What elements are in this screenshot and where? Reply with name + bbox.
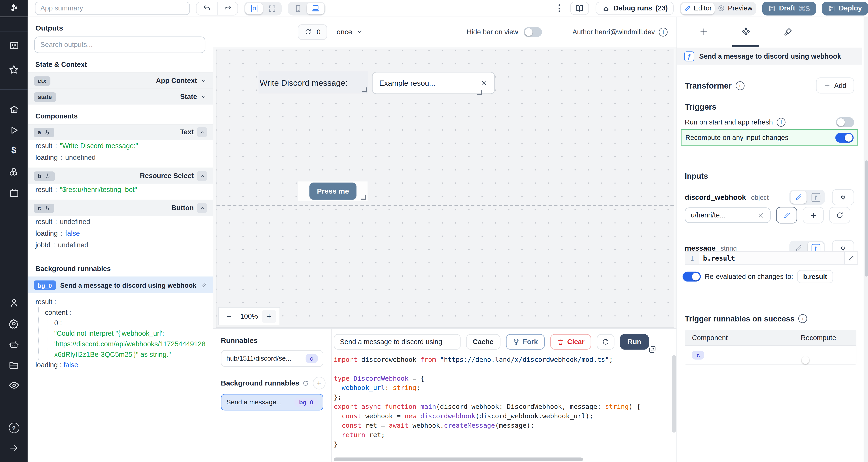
message-expression-editor[interactable]: 1 b.result — [685, 251, 858, 265]
info-icon[interactable]: i — [659, 27, 668, 36]
code-editor[interactable]: import discordwebhook from "https://deno… — [334, 355, 672, 456]
center-align-button[interactable] — [245, 2, 263, 14]
add-transformer-button[interactable]: Add — [816, 77, 854, 94]
sidebar-item-resources[interactable] — [0, 166, 28, 177]
schedule-dropdown[interactable]: once — [337, 28, 363, 36]
resource-select-component[interactable]: Example resou... — [372, 72, 495, 94]
fork-button[interactable]: Fork — [506, 334, 545, 350]
add-resource-button[interactable] — [803, 207, 824, 224]
app-canvas[interactable]: Write Discord message: Example resou... … — [216, 48, 674, 328]
expand-editor-button[interactable] — [844, 252, 858, 264]
app-summary-input[interactable] — [35, 2, 190, 15]
sidebar-item-help[interactable]: ? — [0, 423, 28, 433]
refresh-resource-button[interactable] — [829, 207, 850, 224]
hub-runnable-card[interactable]: hub/1511/discord/se... c — [221, 350, 323, 367]
edit-resource-button[interactable] — [776, 207, 797, 224]
resize-handle[interactable] — [477, 90, 482, 95]
output-row-state[interactable]: state State — [28, 89, 213, 105]
sidebar-item-settings[interactable] — [0, 318, 28, 329]
connect-input-button[interactable] — [832, 189, 854, 205]
draft-button[interactable]: Draft ⌘S — [763, 1, 816, 15]
panel-scrollbar-thumb[interactable] — [865, 160, 868, 277]
resource-value-box[interactable]: u/henri/te... — [685, 207, 771, 223]
sidebar-item-favorites[interactable] — [0, 64, 28, 75]
zoom-in-button[interactable]: + — [262, 309, 276, 323]
info-icon[interactable]: i — [777, 118, 786, 127]
edit-pencil-icon[interactable] — [201, 282, 207, 288]
press-me-button[interactable]: Press me — [309, 183, 356, 200]
error-line: x6dRlyIl2z1Be-3QC5m25'}" as string." — [54, 349, 213, 359]
canvas-height-divider[interactable] — [216, 205, 674, 206]
refresh-code-button[interactable] — [597, 334, 614, 350]
deploy-button[interactable]: Deploy — [822, 1, 868, 15]
clear-button[interactable]: Clear — [550, 334, 591, 350]
collapse-button[interactable] — [197, 127, 207, 137]
info-icon[interactable]: i — [735, 81, 744, 90]
runnables-title: Runnables — [213, 329, 331, 350]
desktop-view-icon[interactable] — [307, 2, 324, 14]
search-outputs-input[interactable] — [34, 37, 205, 53]
clear-resource-icon[interactable] — [757, 211, 765, 219]
mobile-view-icon[interactable] — [289, 2, 307, 14]
panel-scrollbar-track[interactable] — [864, 16, 868, 462]
code-horizontal-scrollbar[interactable] — [334, 457, 583, 461]
clear-selection-icon[interactable] — [480, 79, 488, 87]
sidebar-item-audit-logs[interactable] — [0, 380, 28, 391]
run-on-start-toggle[interactable] — [836, 117, 854, 127]
reeval-target-chip[interactable]: b.result — [797, 270, 833, 283]
sidebar-item-variables[interactable]: $ — [0, 146, 28, 155]
zoom-out-button[interactable]: − — [222, 309, 237, 323]
tab-editor[interactable]: Editor — [681, 2, 714, 14]
component-c-badge: c — [692, 350, 704, 359]
eval-mode-button[interactable]: f — [808, 191, 824, 204]
tab-styling[interactable] — [772, 16, 803, 47]
collapse-button[interactable] — [197, 203, 207, 213]
runnable-name-input[interactable]: Send a message to discord using — [334, 334, 461, 350]
function-icon: f — [684, 52, 694, 61]
sidebar-item-home[interactable] — [0, 104, 28, 114]
component-c-badge: c — [34, 203, 54, 212]
bg-runnable-card[interactable]: Send a message... bg_0 — [221, 394, 323, 410]
sidebar-item-workers[interactable] — [0, 339, 28, 350]
windmill-logo[interactable] — [0, 0, 28, 16]
collapse-button[interactable] — [197, 171, 207, 181]
component-b-type: Resource Select — [140, 172, 194, 180]
text-component-value: Write Discord message: — [259, 78, 348, 87]
tab-component-settings[interactable] — [730, 16, 761, 47]
reeval-toggle[interactable] — [683, 272, 701, 282]
docs-button[interactable] — [570, 2, 589, 15]
static-mode-button[interactable] — [790, 191, 807, 204]
resize-handle[interactable] — [362, 87, 367, 92]
debug-runs-button[interactable]: Debug runs (23) — [596, 2, 674, 15]
text-component[interactable]: Write Discord message: — [258, 71, 368, 93]
tab-preview[interactable]: Preview — [714, 2, 755, 14]
more-menu-icon[interactable] — [557, 2, 563, 14]
cache-button[interactable]: Cache — [466, 334, 500, 350]
background-runnable-row[interactable]: bg_0 Send a message to discord using web… — [28, 277, 213, 293]
sidebar-item-folders[interactable] — [0, 360, 28, 371]
sidebar-item-users[interactable] — [0, 298, 28, 308]
run-button[interactable]: Run — [620, 334, 649, 350]
sidebar-item-schedules[interactable] — [0, 188, 28, 199]
tab-insert-component[interactable] — [688, 16, 719, 47]
redo-button[interactable] — [217, 2, 238, 15]
copy-code-icon[interactable] — [648, 345, 656, 353]
refresh-counter[interactable]: 0 — [298, 24, 327, 39]
output-row-ctx[interactable]: ctx App Context — [28, 72, 213, 89]
sidebar-item-apps[interactable] — [0, 40, 28, 51]
undo-button[interactable] — [196, 2, 217, 15]
add-background-runnable-button[interactable]: + — [312, 377, 325, 389]
component-header-a[interactable]: a Text — [28, 124, 213, 140]
component-header-b[interactable]: b Resource Select — [28, 168, 213, 184]
recompute-toggle[interactable] — [835, 133, 854, 142]
resize-handle[interactable] — [361, 195, 366, 200]
info-icon[interactable]: i — [799, 314, 807, 323]
component-header-c[interactable]: c Button — [28, 200, 213, 216]
refresh-count: 0 — [317, 28, 320, 36]
sidebar-collapse-button[interactable] — [0, 443, 28, 453]
pointer-hand-icon — [44, 129, 51, 135]
code-vertical-scrollbar[interactable] — [672, 355, 676, 433]
sidebar-item-runs[interactable] — [0, 125, 28, 135]
fullscreen-icon[interactable] — [263, 2, 281, 14]
hide-bar-toggle[interactable] — [524, 27, 542, 37]
